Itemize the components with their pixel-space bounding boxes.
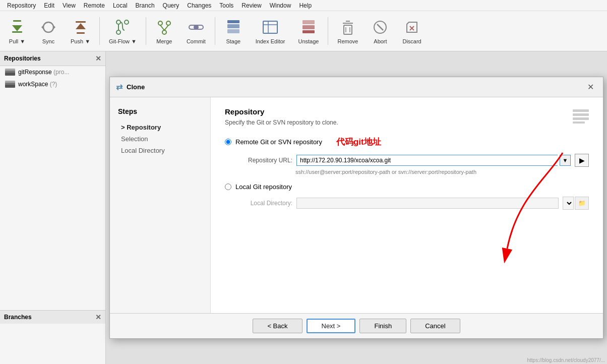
svg-point-14 — [162, 30, 166, 34]
remove-label: Remove — [337, 38, 358, 44]
svg-rect-38 — [573, 113, 589, 116]
local-section: Local Git repository Local Directory: 📁 — [225, 183, 589, 210]
cancel-button[interactable]: Cancel — [410, 319, 460, 333]
url-navigate-button[interactable]: ▶ — [575, 154, 589, 167]
merge-label: Merge — [156, 38, 172, 44]
svg-rect-37 — [573, 109, 589, 112]
toolbar-sep-3 — [215, 17, 215, 45]
step-local-directory-label: Local Directory — [121, 147, 165, 154]
svg-point-13 — [166, 21, 170, 25]
step-selection[interactable]: Selection — [118, 133, 202, 145]
local-dir-label: Local Directory: — [237, 200, 292, 207]
url-input[interactable] — [296, 155, 558, 166]
local-dir-row: Local Directory: 📁 — [237, 197, 589, 210]
clone-dialog: ⇄ Clone ✕ Steps Repository Selection — [109, 77, 603, 339]
commit-icon — [187, 18, 205, 36]
branches-title: Branches — [4, 314, 32, 321]
menu-edit[interactable]: Edit — [41, 2, 57, 10]
svg-marker-6 — [76, 23, 86, 29]
local-radio-label[interactable]: Local Git repository — [235, 183, 292, 191]
commit-label: Commit — [187, 38, 206, 44]
svg-point-18 — [194, 25, 199, 30]
url-label: Repository URL: — [237, 157, 292, 164]
index-editor-label: Index Editor — [256, 38, 285, 44]
local-radio[interactable] — [225, 184, 231, 190]
unstage-button[interactable]: Unstage — [292, 13, 325, 49]
remote-radio[interactable] — [225, 139, 231, 145]
local-dir-dropdown[interactable] — [563, 197, 574, 210]
step-selection-label: Selection — [121, 135, 148, 143]
abort-icon — [371, 18, 389, 36]
commit-button[interactable]: Commit — [180, 13, 212, 49]
sidebar-item-gitresponse[interactable]: gitResponse (pro... — [0, 66, 105, 78]
abort-button[interactable]: Abort — [365, 13, 395, 49]
svg-rect-2 — [12, 31, 22, 33]
svg-point-10 — [116, 30, 120, 34]
menu-view[interactable]: View — [59, 2, 79, 10]
svg-line-34 — [377, 24, 383, 30]
menu-query[interactable]: Query — [160, 2, 183, 10]
clone-icon: ⇄ — [116, 82, 123, 92]
main-area: Repositories ✕ gitResponse (pro... workS… — [0, 51, 607, 364]
url-dropdown-button[interactable]: ▼ — [560, 155, 571, 166]
remove-button[interactable]: Remove — [331, 13, 364, 49]
next-button[interactable]: Next > — [307, 319, 356, 333]
remote-radio-label[interactable]: Remote Git or SVN repository — [235, 138, 322, 146]
push-icon — [72, 18, 90, 36]
repositories-close[interactable]: ✕ — [95, 54, 101, 63]
stage-icon — [224, 18, 242, 36]
svg-rect-25 — [302, 20, 315, 24]
steps-title: Steps — [118, 107, 202, 115]
local-dir-input[interactable] — [296, 198, 559, 209]
toolbar-sep-4 — [328, 17, 328, 45]
discard-button[interactable]: Discard — [396, 13, 427, 49]
local-dir-browse-button[interactable]: 📁 — [575, 197, 589, 210]
stage-button[interactable]: Stage — [218, 13, 249, 49]
menubar: Repository Edit View Remote Local Branch… — [0, 0, 607, 11]
svg-rect-5 — [77, 32, 85, 34]
section-desc: Specify the Git or SVN repository to clo… — [225, 119, 338, 126]
menu-tools[interactable]: Tools — [216, 2, 236, 10]
svg-rect-20 — [227, 24, 239, 28]
menu-remote[interactable]: Remote — [81, 2, 108, 10]
branches-close[interactable]: ✕ — [95, 313, 101, 321]
back-button[interactable]: < Back — [253, 319, 302, 333]
menu-help[interactable]: Help — [296, 2, 315, 10]
url-hint: ssh://user@server:port/repository-path o… — [295, 169, 589, 175]
repositories-title: Repositories — [4, 55, 41, 62]
sidebar-item-workspace-label: workSpace (?) — [18, 81, 57, 88]
index-editor-button[interactable]: Index Editor — [250, 13, 291, 49]
menu-branch[interactable]: Branch — [133, 2, 158, 10]
watermark: https://blog.csdn.net/cloudy2077/... — [527, 357, 605, 363]
stage-label: Stage — [226, 38, 240, 44]
step-repository[interactable]: Repository — [118, 122, 202, 133]
abort-label: Abort — [374, 38, 387, 44]
svg-line-16 — [164, 25, 168, 30]
svg-rect-39 — [573, 117, 589, 120]
url-input-wrap: ▼ — [296, 155, 571, 166]
gitflow-button[interactable]: Git-Flow ▼ — [103, 13, 143, 49]
dialog-title-left: ⇄ Clone — [116, 82, 145, 92]
menu-local[interactable]: Local — [110, 2, 131, 10]
dialog-close-button[interactable]: ✕ — [584, 81, 597, 93]
sidebar-item-gitresponse-label: gitResponse (pro... — [18, 69, 69, 76]
merge-button[interactable]: Merge — [149, 13, 179, 49]
sync-label: Sync — [42, 38, 54, 44]
menu-window[interactable]: Window — [267, 2, 294, 10]
gitflow-icon — [113, 18, 132, 36]
sidebar-item-workspace[interactable]: workSpace (?) — [0, 78, 105, 90]
svg-point-9 — [125, 20, 129, 24]
sync-button[interactable]: Sync — [33, 13, 64, 49]
pull-icon — [8, 18, 26, 36]
merge-icon — [155, 18, 173, 36]
pull-button[interactable]: Pull ▼ — [2, 13, 32, 49]
menu-repository[interactable]: Repository — [4, 2, 39, 10]
pull-label: Pull ▼ — [9, 38, 25, 44]
finish-button[interactable]: Finish — [359, 319, 406, 333]
menu-changes[interactable]: Changes — [184, 2, 214, 10]
step-local-directory[interactable]: Local Directory — [118, 145, 202, 156]
menu-review[interactable]: Review — [238, 2, 264, 10]
gitflow-label: Git-Flow ▼ — [109, 38, 137, 44]
lines-icon — [573, 109, 589, 125]
push-button[interactable]: Push ▼ — [65, 13, 96, 49]
